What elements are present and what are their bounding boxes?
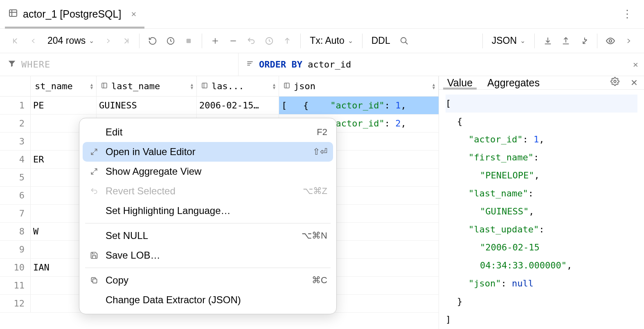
chevron-down-icon: ⌄ [520, 37, 525, 45]
context-menu: Edit F2 Open in Value Editor ⇧⏎ Show Agg… [79, 118, 337, 314]
add-row-icon[interactable] [207, 33, 223, 49]
remove-row-icon[interactable] [225, 33, 241, 49]
svg-point-12 [401, 37, 406, 43]
svg-rect-6 [187, 38, 191, 43]
row-number: 10 [0, 259, 31, 276]
menu-change-extractor[interactable]: Change Data Extractor (JSON) [79, 290, 336, 310]
column-icon [201, 81, 208, 91]
import-icon[interactable] [576, 33, 592, 49]
column-headers: st_name ▲▼ last_name ▲▼ las... ▲▼ json ▲… [0, 76, 439, 97]
more-icon[interactable] [620, 33, 637, 49]
ddl-button[interactable]: DDL [367, 35, 394, 46]
toolbar: 204 rows⌄ Tx: Auto⌄ DDL JSON⌄ [0, 29, 644, 53]
schedule-icon[interactable] [162, 33, 179, 49]
row-number: 11 [0, 277, 31, 294]
menu-open-value-editor[interactable]: Open in Value Editor ⇧⏎ [83, 142, 333, 162]
refresh-icon[interactable] [144, 33, 161, 49]
tab-overflow-menu-icon[interactable]: ⋮ [615, 8, 639, 20]
svg-line-28 [95, 149, 97, 151]
tx-mode[interactable]: Tx: Auto⌄ [306, 35, 357, 46]
filter-row: WHERE ORDER BY actor_id × [0, 53, 644, 76]
save-icon [88, 251, 100, 259]
submit-icon[interactable] [279, 33, 295, 49]
commit-icon[interactable] [261, 33, 277, 49]
row-number: 5 [0, 169, 31, 186]
svg-point-18 [609, 40, 612, 42]
svg-point-33 [614, 80, 616, 83]
column-header[interactable]: st_name ▲▼ [31, 76, 97, 96]
tab-aggregates[interactable]: Aggregates [486, 76, 541, 89]
menu-save-lob[interactable]: Save LOB… [79, 246, 336, 265]
row-number: 7 [0, 205, 31, 222]
menu-edit[interactable]: Edit F2 [79, 122, 336, 142]
menu-revert-selected: Revert Selected ⌥⌘Z [79, 181, 336, 201]
cell[interactable]: GUINESS [97, 97, 197, 114]
menu-aggregate-view[interactable]: Show Aggregate View [79, 162, 336, 181]
svg-rect-22 [102, 83, 107, 88]
view-icon[interactable] [602, 33, 619, 49]
download-icon[interactable] [540, 33, 556, 49]
row-number: 2 [0, 115, 31, 132]
row-number: 3 [0, 133, 31, 150]
tab-value[interactable]: Value [446, 76, 474, 89]
value-panel: Value Aggregates × [ { "actor_id": 1, "f… [439, 76, 644, 329]
table-row[interactable]: 1PEGUINESS2006-02-15…[ { "actor_id": 1, [0, 97, 439, 115]
cell[interactable]: [ { "actor_id": 1, [279, 97, 439, 114]
data-grid: st_name ▲▼ last_name ▲▼ las... ▲▼ json ▲… [0, 76, 439, 329]
sort-icon: ▲▼ [90, 83, 93, 90]
column-header[interactable]: json ▲▼ [279, 76, 439, 96]
sort-icon [246, 59, 254, 70]
column-header[interactable]: last_name ▲▼ [97, 76, 197, 96]
next-page-icon[interactable] [100, 33, 116, 49]
row-count[interactable]: 204 rows⌄ [43, 35, 98, 46]
revert-icon[interactable] [243, 33, 259, 49]
column-header[interactable]: las... ▲▼ [197, 76, 279, 96]
copy-icon [88, 276, 100, 284]
export-format[interactable]: JSON⌄ [488, 35, 529, 46]
editor-tab[interactable]: actor_1 [PostgreSQL] × [5, 0, 144, 28]
row-number: 9 [0, 241, 31, 258]
svg-rect-0 [9, 10, 17, 16]
last-page-icon[interactable] [118, 33, 134, 49]
row-number: 1 [0, 97, 31, 114]
order-by-keyword: ORDER BY [259, 59, 302, 70]
column-icon [101, 81, 108, 91]
tab-bar: actor_1 [PostgreSQL] × ⋮ [0, 0, 644, 29]
filter-icon [7, 59, 16, 70]
svg-rect-24 [202, 83, 207, 88]
svg-line-13 [405, 42, 408, 44]
menu-highlight-language[interactable]: Set Highlighting Language… [79, 201, 336, 221]
revert-icon [88, 187, 100, 195]
prev-page-icon[interactable] [25, 33, 42, 49]
menu-copy[interactable]: Copy ⌘C [79, 270, 336, 290]
order-by-column: actor_id [308, 59, 351, 70]
row-number: 12 [0, 295, 31, 312]
chevron-down-icon: ⌄ [348, 37, 353, 45]
search-icon[interactable] [396, 33, 412, 49]
where-filter[interactable]: WHERE [0, 53, 239, 76]
svg-line-29 [91, 152, 94, 155]
close-icon[interactable]: × [631, 76, 637, 89]
cell[interactable]: PE [31, 97, 97, 114]
close-tab-icon[interactable]: × [131, 9, 136, 20]
close-icon[interactable]: × [633, 59, 638, 70]
row-number: 6 [0, 187, 31, 204]
row-number: 4 [0, 151, 31, 168]
chevron-down-icon: ⌄ [89, 37, 94, 45]
expand-icon [88, 168, 100, 175]
stop-icon[interactable] [180, 33, 197, 49]
row-number: 8 [0, 223, 31, 240]
upload-icon[interactable] [558, 33, 574, 49]
cell[interactable]: 2006-02-15… [197, 97, 279, 114]
gear-icon[interactable] [610, 77, 619, 88]
table-icon [8, 8, 18, 20]
column-icon [283, 81, 290, 91]
menu-set-null[interactable]: Set NULL ⌥⌘N [79, 226, 336, 246]
svg-rect-26 [284, 83, 289, 88]
sort-icon: ▲▼ [273, 83, 275, 90]
value-panel-tabs: Value Aggregates × [439, 76, 644, 90]
sort-icon: ▲▼ [191, 83, 193, 90]
first-page-icon[interactable] [7, 33, 24, 49]
order-by-filter[interactable]: ORDER BY actor_id × [239, 53, 644, 76]
json-viewer[interactable]: [ { "actor_id": 1, "first_name": "PENELO… [439, 90, 644, 329]
